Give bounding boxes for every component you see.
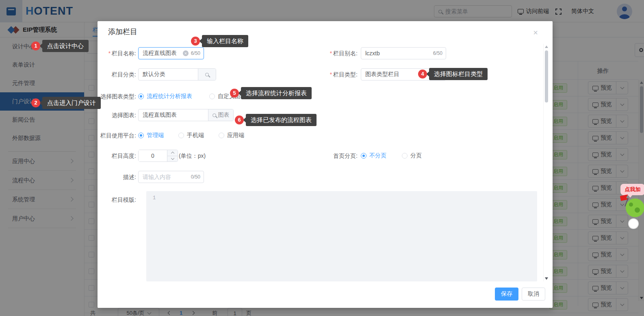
scroll-up-icon[interactable] [545,46,548,48]
step-badge: 6 [235,116,244,124]
cancel-button[interactable]: 取消 [522,288,545,301]
category-label: 栏目分类: [98,68,136,81]
step-tooltip: 点击进入门户设计 [42,97,101,109]
radio-icon [361,153,366,159]
alias-input[interactable]: 6/50 [361,47,446,59]
step-badge: 4 [418,70,427,78]
platform-radios: 管理端 手机端 应用端 [138,129,244,142]
modal-title: 添加栏目 [108,27,137,37]
line-number: 1 [153,195,156,201]
search-icon [212,113,216,117]
template-code-editor[interactable]: 1 [146,191,537,281]
radio-app-platform[interactable]: 应用端 [219,132,244,139]
annotation-2: 2 点击进入门户设计 [31,97,101,109]
alias-label: *栏目别名: [319,47,358,59]
height-label: 栏目高度: [98,150,136,162]
step-tooltip: 选择图标栏目类型 [429,68,488,80]
chart-type-label: 选择图表类型: [98,90,136,102]
paging-radios: 不分页 分页 [361,150,422,162]
scroll-down-icon[interactable] [545,277,548,280]
step-tooltip: 输入栏目名称 [202,35,248,47]
annotation-6: 6 选择已发布的流程图表 [235,114,317,126]
paging-label: 首页分页: [319,150,358,162]
desc-label: 描述: [98,171,136,183]
stepper-down-button[interactable] [167,156,178,162]
radio-paging[interactable]: 分页 [402,152,422,159]
annotation-4: 4 选择图标栏目类型 [418,68,488,80]
radio-no-paging[interactable]: 不分页 [361,152,386,159]
add-column-modal: 添加栏目 *栏目名称: 6/50 *栏目别名: 6/50 栏目分类: *栏目类型… [98,21,553,308]
template-label: 栏目模版: [98,194,136,206]
radio-icon [178,133,184,138]
name-counter: 6/50 [191,50,204,56]
chevron-down-icon [171,157,174,160]
clear-icon[interactable] [183,50,189,56]
chart-label: 选择图表: [98,109,136,121]
name-input[interactable]: 6/50 [138,47,204,59]
step-badge: 1 [31,41,40,50]
radio-icon [138,133,144,138]
stepper-up-button[interactable] [167,150,178,156]
app-root: HOTENT 访问前端 简体中文 EIP管理系统 设计中心 表单设计 元件管理 … [0,0,644,316]
radio-icon [402,153,408,159]
radio-icon [219,133,224,138]
annotation-3: 3 输入栏目名称 [191,35,248,47]
search-icon [205,73,209,76]
step-badge: 5 [230,89,239,98]
alias-counter: 6/50 [433,50,446,56]
radio-mobile-platform[interactable]: 手机端 [178,132,204,139]
height-unit: (单位：px) [179,150,206,162]
scrollbar-thumb[interactable] [545,50,548,102]
category-input[interactable] [138,68,216,81]
chevron-up-icon [171,152,174,155]
radio-process-report[interactable]: 流程统计分析报表 [138,93,192,100]
desc-input[interactable]: 0/50 [138,171,204,183]
step-tooltip: 选择流程统计分析报表 [241,87,312,99]
desc-counter: 0/50 [191,174,204,180]
step-badge: 3 [191,37,200,46]
radio-admin-platform[interactable]: 管理端 [138,132,164,139]
radio-icon [209,94,215,99]
chart-input[interactable]: 图表 [138,109,234,121]
chart-select-button[interactable]: 图表 [208,109,233,121]
annotation-1: 1 点击设计中心 [31,40,89,52]
mascot-bubble[interactable]: 点我加 [620,184,644,195]
modal-scrollbar[interactable] [543,44,549,281]
category-search-button[interactable] [198,69,216,80]
name-label: *栏目名称: [98,47,136,59]
annotation-5: 5 选择流程统计分析报表 [230,87,312,99]
platform-label: 栏目使用平台: [98,129,136,142]
step-tooltip: 点击设计中心 [42,40,89,52]
mascot-body[interactable] [626,198,644,217]
type-label: *栏目类型: [319,68,358,81]
step-tooltip: 选择已发布的流程图表 [246,114,317,126]
step-badge: 2 [31,98,40,107]
height-stepper[interactable] [138,150,178,162]
radio-icon [138,94,144,99]
close-icon[interactable] [531,28,540,37]
save-button[interactable]: 保存 [495,288,518,301]
